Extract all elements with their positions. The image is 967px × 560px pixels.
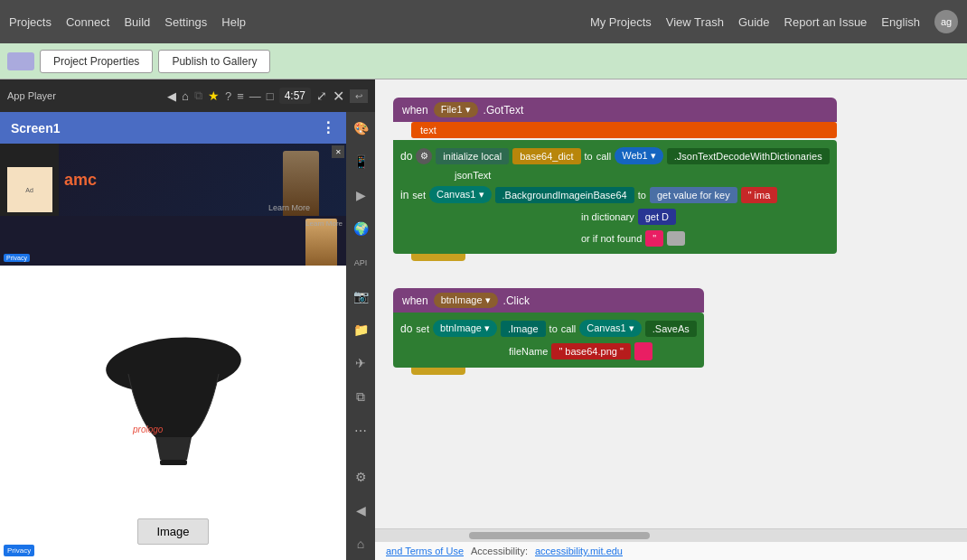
nav-my-projects[interactable]: My Projects <box>590 15 652 29</box>
nav-home[interactable]: ⌂ <box>182 89 189 103</box>
maximize-icon[interactable]: □ <box>267 89 274 103</box>
text-param-block: text <box>411 122 837 138</box>
set-label-1: set <box>412 190 426 201</box>
not-found-val-block: " <box>645 230 663 247</box>
block2-filename-row: fileName " base64.png " <box>400 342 697 360</box>
block2-header: when btnImage ▾ .Click <box>393 288 704 313</box>
block-group-1: when File1 ▾ .GotText text do ⚙ initiali… <box>393 98 949 261</box>
app-player-label: App Player <box>7 90 56 101</box>
to-label-3: to <box>549 323 558 334</box>
block1-in-row: in set Canvas1 ▾ .BackgroundImageinBase6… <box>400 186 830 203</box>
nav-settings[interactable]: Settings <box>164 15 207 29</box>
btn-image-pill[interactable]: btnImage ▾ <box>434 293 498 308</box>
nav-english[interactable]: English <box>881 15 920 29</box>
filename-label: fileName <box>509 346 548 357</box>
image-button[interactable]: Image <box>137 518 208 545</box>
expand-button[interactable]: ⤢ <box>316 89 327 103</box>
gear-icon-1: ⚙ <box>416 148 432 164</box>
bike-seat-image: prologo <box>83 284 264 500</box>
not-found-label: or if not found <box>581 233 642 244</box>
web1-pill[interactable]: Web1 ▾ <box>615 147 663 164</box>
do-label-2: do <box>400 322 412 335</box>
svg-text:prologo: prologo <box>132 425 164 434</box>
in-dict-label: in dictionary <box>581 211 634 222</box>
privacy-badge-2: Privacy <box>4 254 30 262</box>
ad-banner: Ad Privacy amc ✕ Learn More <box>0 144 346 216</box>
close-button[interactable]: ✕ <box>333 88 344 105</box>
nav-right: My Projects View Trash Guide Report an I… <box>590 10 958 33</box>
top-navigation: Projects Connect Build Settings Help My … <box>0 0 967 43</box>
tab-project-properties[interactable]: Project Properties <box>40 50 153 73</box>
block1-json-row: jsonText <box>400 170 830 181</box>
nav-report-issue[interactable]: Report an Issue <box>784 15 868 29</box>
color-chip <box>667 231 685 246</box>
menu-icon[interactable]: ≡ <box>237 89 244 103</box>
extension-icon[interactable]: ⧉ <box>350 387 371 407</box>
init-local-block: initialize local <box>436 148 509 164</box>
screen-menu-icon[interactable]: ⋮ <box>321 119 335 136</box>
right-panel: when File1 ▾ .GotText text do ⚙ initiali… <box>375 79 967 560</box>
bike-seat-svg: prologo <box>83 284 264 500</box>
scrollbar-thumb[interactable] <box>469 532 650 539</box>
back-button[interactable]: ↩ <box>350 89 368 103</box>
api-icon[interactable]: API <box>350 252 371 273</box>
block1-body: do ⚙ initialize local base64_dict to cal… <box>393 140 837 254</box>
minimize-icon[interactable]: — <box>249 89 261 103</box>
left-panel: App Player ◀ ⌂ ⧉ ★ ? ≡ — □ 4:57 ⤢ ✕ ↩ Sc… <box>0 79 375 560</box>
back-icon[interactable]: ◀ <box>350 500 371 521</box>
block1-notfound-row: or if not found " <box>400 230 830 247</box>
horizontal-scrollbar[interactable] <box>375 528 967 541</box>
learn-more-label: Learn More <box>268 203 310 212</box>
do-label-1: do <box>400 150 412 163</box>
set-label-2: set <box>416 323 429 334</box>
nav-back[interactable]: ◀ <box>167 89 176 103</box>
learn-more-2: Learn More <box>305 219 343 228</box>
plane-icon[interactable]: ✈ <box>350 353 371 374</box>
get-dict-block: get D <box>638 209 676 225</box>
folder-icon[interactable]: 📁 <box>350 319 371 340</box>
tab-publish-gallery[interactable]: Publish to Gallery <box>158 50 270 73</box>
nav-guide[interactable]: Guide <box>738 15 770 29</box>
get-value-block: get value for key <box>650 187 737 203</box>
globe-icon[interactable]: 🌍 <box>350 219 371 239</box>
nav-copy[interactable]: ⧉ <box>194 89 202 103</box>
more-icon[interactable]: ⋯ <box>350 420 371 441</box>
base64-dict-block: base64_dict <box>512 148 580 164</box>
save-as-block: .SaveAs <box>645 321 697 337</box>
nav-connect[interactable]: Connect <box>66 15 109 29</box>
terms-link[interactable]: and Terms of Use <box>386 546 464 556</box>
settings-icon[interactable]: ⚙ <box>350 466 371 487</box>
nav-build[interactable]: Build <box>124 15 150 29</box>
play-icon[interactable]: ▶ <box>350 184 371 205</box>
canvas1-pill-1[interactable]: Canvas1 ▾ <box>429 186 491 203</box>
footer-bar: and Terms of Use Accessibility: accessib… <box>375 541 967 560</box>
phone-icon[interactable]: 📱 <box>350 151 371 172</box>
nav-projects[interactable]: Projects <box>9 15 52 29</box>
btn-image-pill-2[interactable]: btnImage ▾ <box>433 320 497 337</box>
accessibility-link[interactable]: accessibility.mit.edu <box>535 546 623 556</box>
user-avatar[interactable]: ag <box>934 10 958 33</box>
help-icon[interactable]: ? <box>225 89 231 103</box>
screen-content: Ad Privacy amc ✕ Learn More <box>0 144 346 560</box>
block2-body: do set btnImage ▾ .Image to call Canvas1… <box>393 313 704 368</box>
canvas1-pill-2[interactable]: Canvas1 ▾ <box>579 320 641 337</box>
nav-help[interactable]: Help <box>221 15 246 29</box>
block2-container: when btnImage ▾ .Click do set btnImage ▾… <box>393 288 704 375</box>
json-decode-block: .JsonTextDecodeWithDictionaries <box>667 148 830 164</box>
file1-pill[interactable]: File1 ▾ <box>434 102 478 117</box>
block1-dict-row: in dictionary get D <box>400 209 830 225</box>
camera-icon[interactable]: 📷 <box>350 285 371 306</box>
block1-do-row: do ⚙ initialize local base64_dict to cal… <box>400 147 830 164</box>
home-icon[interactable]: ⌂ <box>350 534 371 555</box>
nav-view-trash[interactable]: View Trash <box>666 15 724 29</box>
blocks-canvas[interactable]: when File1 ▾ .GotText text do ⚙ initiali… <box>375 79 967 528</box>
ad-close-button[interactable]: ✕ <box>332 145 344 158</box>
svg-rect-1 <box>160 460 187 465</box>
screen-frame: Screen1 ⋮ Ad Privacy amc <box>0 112 375 560</box>
key-string-block: " ima <box>741 187 778 203</box>
block-group-2: when btnImage ▾ .Click do set btnImage ▾… <box>393 288 949 375</box>
accessibility-label: Accessibility: <box>471 546 528 556</box>
when-label-1: when <box>402 104 428 117</box>
palette-icon[interactable]: 🎨 <box>350 117 371 138</box>
json-text-label: jsonText <box>455 170 491 181</box>
